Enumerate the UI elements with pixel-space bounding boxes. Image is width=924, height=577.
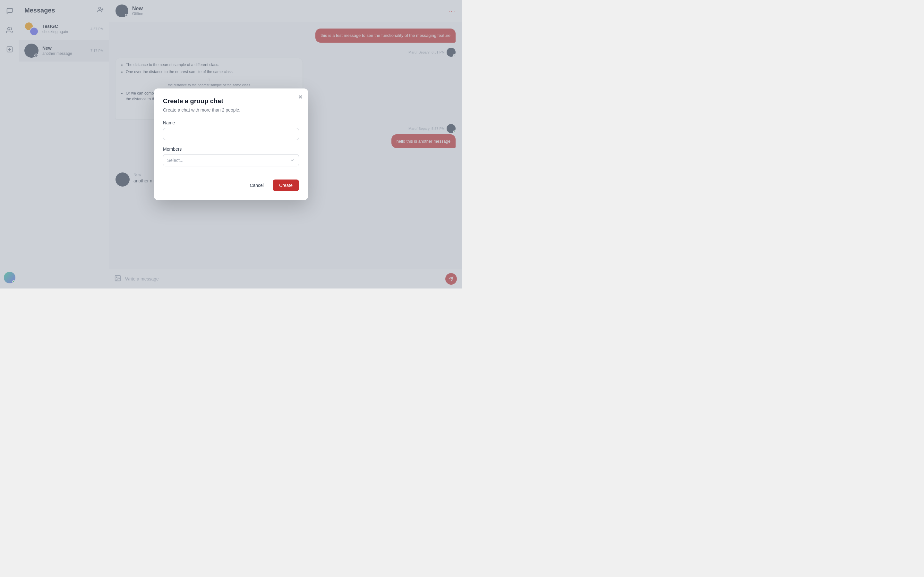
modal-divider: [163, 173, 299, 173]
modal-members-select[interactable]: Select...: [163, 154, 299, 166]
modal-members-placeholder: Select...: [167, 158, 184, 163]
modal-close-button[interactable]: ✕: [298, 93, 303, 101]
modal-actions: Cancel Create: [163, 179, 299, 191]
modal-title: Create a group chat: [163, 97, 299, 105]
modal-members-label: Members: [163, 147, 299, 152]
modal-name-input[interactable]: [163, 128, 299, 140]
modal-members-field: Members Select...: [163, 147, 299, 166]
chevron-down-icon: [290, 158, 295, 163]
modal-create-button[interactable]: Create: [273, 179, 299, 191]
modal-overlay: ✕ Create a group chat Create a chat with…: [0, 0, 462, 288]
modal-subtitle: Create a chat with more than 2 people.: [163, 107, 299, 113]
create-group-modal: ✕ Create a group chat Create a chat with…: [154, 89, 308, 200]
modal-name-field: Name: [163, 120, 299, 140]
modal-cancel-button[interactable]: Cancel: [244, 179, 269, 191]
modal-name-label: Name: [163, 120, 299, 125]
